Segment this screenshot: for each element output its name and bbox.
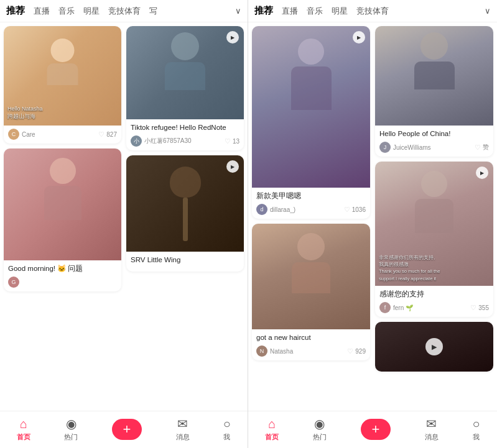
card-title-haircut: got a new haircut bbox=[256, 332, 366, 342]
card-likes-juice: ♡ 赞 bbox=[475, 143, 489, 152]
content-left: Hello Natasha 跨越山与海 C Care ♡ 827 bbox=[0, 22, 248, 411]
card-img-haircut bbox=[252, 224, 370, 329]
bottom-nav-hot-left[interactable]: ◉ 热门 bbox=[64, 416, 78, 442]
card-guitar[interactable]: ▶ SRV Little Wing bbox=[126, 155, 244, 272]
card-img-guitar: ▶ bbox=[126, 155, 244, 252]
card-info-haircut: got a new haircut N Natasha ♡ 929 bbox=[252, 329, 370, 360]
play-btn-nails[interactable]: ▶ bbox=[353, 31, 365, 43]
card-info-juice: Hello People of China! J JuiceWilliams ♡… bbox=[375, 126, 493, 157]
home-icon-right: ⌂ bbox=[268, 417, 276, 431]
phone-left: 推荐 直播 音乐 明星 竞技体育 写 ∨ bbox=[0, 0, 248, 448]
avatar-juice: J bbox=[379, 142, 391, 153]
card-title-nails: 新款美甲嗯嗯 bbox=[256, 191, 366, 201]
card-img-care: Hello Natasha 跨越山与海 bbox=[4, 26, 121, 126]
card-likes-care: ♡ 827 bbox=[98, 130, 117, 139]
bottom-nav-home-left[interactable]: ⌂ 首页 bbox=[17, 417, 30, 442]
card-haircut[interactable]: got a new haircut N Natasha ♡ 929 bbox=[252, 224, 370, 360]
card-info-guitar: SRV Little Wing bbox=[126, 252, 244, 272]
heart-icon-fern: ♡ bbox=[470, 304, 476, 312]
card-juice[interactable]: Hello People of China! J JuiceWilliams ♡… bbox=[375, 26, 493, 157]
heart-icon-haircut: ♡ bbox=[347, 347, 353, 355]
card-meta-rednote: 小 小红薯67857A30 ♡ 13 bbox=[131, 135, 239, 147]
card-author-nails: d dillaraa_) bbox=[256, 204, 295, 215]
author-name-rednote: 小红薯67857A30 bbox=[144, 137, 192, 145]
play-btn-guitar[interactable]: ▶ bbox=[226, 160, 239, 173]
avatar-goodmorning: G bbox=[8, 277, 19, 288]
card-overlay-care: Hello Natasha 跨越山与海 bbox=[7, 105, 43, 121]
nav-more-right[interactable]: ∨ bbox=[485, 6, 491, 16]
nav-item-zhibo-left[interactable]: 直播 bbox=[34, 6, 50, 17]
card-author-rednote: 小 小红薯67857A30 bbox=[131, 135, 192, 147]
card-rednote[interactable]: ▶ Tiktok refugee! Hello RedNote 小 小红薯678… bbox=[126, 26, 244, 150]
card-author-care: C Care bbox=[8, 129, 35, 140]
card-title-rednote: Tiktok refugee! Hello RedNote bbox=[131, 122, 239, 132]
hot-icon-right: ◉ bbox=[314, 416, 325, 431]
nav-item-esports-left[interactable]: 竞技体育 bbox=[108, 6, 141, 17]
nav-item-star-left[interactable]: 明星 bbox=[83, 6, 100, 17]
nav-item-write-left[interactable]: 写 bbox=[149, 6, 157, 17]
bottom-nav-me-left[interactable]: ○ 我 bbox=[223, 417, 231, 442]
nav-item-esports-right[interactable]: 竞技体育 bbox=[356, 6, 389, 17]
play-btn-rednote[interactable]: ▶ bbox=[226, 31, 239, 43]
column-left-right: ▶ 新款美甲嗯嗯 d dillaraa_) ♡ 1036 bbox=[252, 26, 370, 377]
card-info-nails: 新款美甲嗯嗯 d dillaraa_) ♡ 1036 bbox=[252, 188, 370, 219]
me-icon-right: ○ bbox=[473, 417, 480, 431]
card-nails[interactable]: ▶ 新款美甲嗯嗯 d dillaraa_) ♡ 1036 bbox=[252, 26, 370, 219]
author-name-nails: dillaraa_) bbox=[270, 206, 295, 213]
masonry-grid-left: Hello Natasha 跨越山与海 C Care ♡ 827 bbox=[4, 26, 244, 296]
bottom-nav-hot-right[interactable]: ◉ 热门 bbox=[313, 416, 327, 442]
nav-more-left[interactable]: ∨ bbox=[235, 6, 241, 16]
card-img-rednote: ▶ bbox=[126, 26, 244, 119]
hot-icon-left: ◉ bbox=[66, 416, 77, 431]
bottom-nav-msg-left[interactable]: ✉ 消息 bbox=[176, 416, 190, 442]
card-likes-rednote: ♡ 13 bbox=[225, 137, 239, 145]
avatar-fern: f bbox=[379, 302, 391, 313]
card-fern[interactable]: 非常感谢你们所有的支持,我真的很感激Thank you so much for … bbox=[375, 162, 493, 317]
card-meta-goodmorning: G bbox=[8, 277, 117, 288]
card-likes-haircut: ♡ 929 bbox=[347, 347, 366, 355]
heart-icon-rednote: ♡ bbox=[225, 137, 231, 145]
card-img-juice bbox=[375, 26, 493, 126]
nav-item-tuijian-right[interactable]: 推荐 bbox=[254, 5, 273, 17]
bottom-nav-me-right[interactable]: ○ 我 bbox=[473, 417, 480, 442]
bottom-nav-add-right[interactable]: + bbox=[361, 419, 391, 440]
top-nav-left: 推荐 直播 音乐 明星 竞技体育 写 ∨ bbox=[0, 0, 248, 22]
bottom-nav-home-right[interactable]: ⌂ 首页 bbox=[265, 417, 279, 442]
bottom-nav-add-left[interactable]: + bbox=[112, 419, 142, 440]
heart-icon-juice: ♡ bbox=[475, 144, 481, 152]
card-care[interactable]: Hello Natasha 跨越山与海 C Care ♡ 827 bbox=[4, 26, 121, 144]
card-title-goodmorning: Good morning! 🐱 问题 bbox=[8, 263, 117, 273]
card-goodmorning[interactable]: Good morning! 🐱 问题 G bbox=[4, 149, 121, 291]
face-haircut bbox=[252, 224, 370, 329]
bottom-nav-right: ⌂ 首页 ◉ 热门 + ✉ 消息 ○ 我 bbox=[248, 411, 497, 448]
add-button-left[interactable]: + bbox=[112, 419, 142, 440]
face-juice bbox=[375, 26, 493, 126]
nav-item-music-right[interactable]: 音乐 bbox=[307, 6, 323, 17]
card-drum[interactable]: ▶ bbox=[375, 322, 493, 372]
heart-icon-nails: ♡ bbox=[344, 206, 350, 214]
face-rednote bbox=[126, 26, 244, 119]
nav-item-tuijian-left[interactable]: 推荐 bbox=[6, 5, 25, 17]
card-info-goodmorning: Good morning! 🐱 问题 G bbox=[4, 260, 121, 291]
play-btn-drum[interactable]: ▶ bbox=[425, 338, 443, 355]
avatar-care: C bbox=[8, 129, 19, 140]
face-goodmorning bbox=[4, 149, 121, 260]
column-right-right: Hello People of China! J JuiceWilliams ♡… bbox=[375, 26, 493, 377]
masonry-grid-right: ▶ 新款美甲嗯嗯 d dillaraa_) ♡ 1036 bbox=[252, 26, 493, 377]
card-info-rednote: Tiktok refugee! Hello RedNote 小 小红薯67857… bbox=[126, 119, 244, 150]
card-img-goodmorning bbox=[4, 149, 121, 260]
card-img-nails: ▶ bbox=[252, 26, 370, 188]
bottom-nav-msg-right[interactable]: ✉ 消息 bbox=[425, 416, 439, 442]
nav-item-music-left[interactable]: 音乐 bbox=[58, 6, 75, 17]
avatar-haircut: N bbox=[256, 345, 267, 357]
bottom-nav-left: ⌂ 首页 ◉ 热门 + ✉ 消息 ○ 我 bbox=[0, 411, 248, 448]
card-meta-haircut: N Natasha ♡ 929 bbox=[256, 345, 366, 357]
nav-item-zhibo-right[interactable]: 直播 bbox=[282, 6, 298, 17]
card-likes-nails: ♡ 1036 bbox=[344, 206, 366, 214]
card-img-fern: 非常感谢你们所有的支持,我真的很感激Thank you so much for … bbox=[375, 162, 493, 286]
card-overlay-fern: 非常感谢你们所有的支持,我真的很感激Thank you so much for … bbox=[379, 254, 490, 282]
nav-item-star-right[interactable]: 明星 bbox=[332, 6, 348, 17]
add-button-right[interactable]: + bbox=[361, 419, 391, 440]
play-btn-fern[interactable]: ▶ bbox=[476, 167, 488, 179]
top-nav-right: 推荐 直播 音乐 明星 竞技体育 ∨ bbox=[248, 0, 497, 22]
